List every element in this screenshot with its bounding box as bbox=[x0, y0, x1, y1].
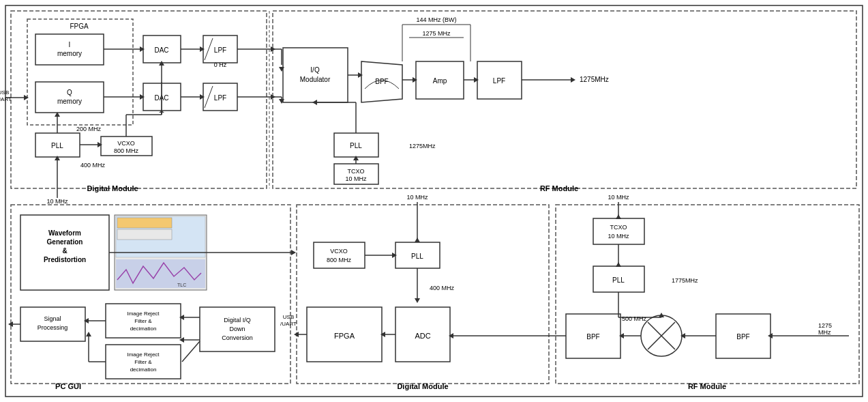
svg-rect-118 bbox=[116, 259, 205, 288]
svg-text:1275: 1275 bbox=[818, 322, 832, 329]
svg-rect-152 bbox=[314, 242, 365, 268]
svg-text:decimation: decimation bbox=[130, 367, 157, 373]
svg-text:RF Module: RF Module bbox=[540, 184, 578, 192]
svg-text:PLL: PLL bbox=[411, 253, 423, 260]
svg-text:144 MHz (BW): 144 MHz (BW) bbox=[416, 16, 456, 23]
svg-text:LPF: LPF bbox=[214, 46, 226, 54]
svg-text:1275 MHz: 1275 MHz bbox=[422, 30, 451, 37]
svg-text:Generation: Generation bbox=[47, 238, 83, 246]
svg-text:Filter &: Filter & bbox=[134, 359, 152, 365]
svg-text:10 MHz: 10 MHz bbox=[46, 198, 68, 205]
svg-text:Image Reject: Image Reject bbox=[127, 311, 160, 317]
svg-marker-163 bbox=[415, 298, 420, 303]
svg-text:10 MHz: 10 MHz bbox=[406, 194, 428, 201]
svg-line-140 bbox=[182, 341, 200, 362]
svg-marker-177 bbox=[616, 214, 621, 219]
svg-text:10 MHz: 10 MHz bbox=[608, 233, 629, 240]
svg-text:VCXO: VCXO bbox=[117, 140, 135, 147]
svg-marker-71 bbox=[571, 77, 575, 83]
svg-text:Digital I/Q: Digital I/Q bbox=[224, 317, 251, 324]
svg-text:PLL: PLL bbox=[612, 276, 625, 284]
svg-text:500 MHz: 500 MHz bbox=[622, 315, 647, 322]
svg-text:Signal: Signal bbox=[44, 315, 61, 322]
svg-text:200 MHz: 200 MHz bbox=[76, 126, 102, 132]
svg-text:Processing: Processing bbox=[38, 324, 68, 331]
svg-text:memory: memory bbox=[57, 50, 82, 57]
svg-rect-173 bbox=[593, 218, 644, 244]
svg-text:LPF: LPF bbox=[493, 77, 505, 85]
svg-text:DAC: DAC bbox=[154, 46, 168, 54]
svg-text:PC GUI: PC GUI bbox=[55, 382, 81, 390]
svg-text:BPF: BPF bbox=[736, 333, 749, 341]
svg-text:Down: Down bbox=[229, 326, 245, 332]
svg-text:1775MHz: 1775MHz bbox=[672, 277, 698, 284]
svg-text:FPGA: FPGA bbox=[334, 332, 355, 340]
svg-text:1275MHz: 1275MHz bbox=[580, 76, 609, 83]
svg-marker-147 bbox=[86, 332, 91, 336]
svg-text:0 Hz: 0 Hz bbox=[214, 61, 227, 68]
svg-text:&: & bbox=[62, 247, 67, 255]
svg-text:TCXO: TCXO bbox=[347, 168, 364, 175]
svg-text:Filter &: Filter & bbox=[134, 318, 152, 324]
svg-text:400 MHz: 400 MHz bbox=[430, 285, 455, 291]
svg-text:10 MHz: 10 MHz bbox=[345, 175, 367, 182]
svg-text:10 MHz: 10 MHz bbox=[608, 194, 629, 201]
svg-text:/UART: /UART bbox=[280, 321, 297, 327]
svg-text:USB: USB bbox=[283, 314, 294, 320]
svg-text:FPGA: FPGA bbox=[70, 23, 89, 30]
svg-text:I/Q: I/Q bbox=[310, 66, 320, 74]
svg-text:TLC: TLC bbox=[177, 283, 186, 287]
svg-text:/UART: /UART bbox=[0, 96, 12, 102]
svg-text:BPF: BPF bbox=[375, 78, 388, 85]
svg-text:1275MHz: 1275MHz bbox=[409, 143, 436, 149]
svg-text:MHz: MHz bbox=[818, 329, 831, 336]
svg-marker-136 bbox=[291, 250, 296, 255]
svg-rect-3 bbox=[273, 11, 856, 188]
svg-rect-117 bbox=[117, 229, 172, 240]
svg-text:RF Module: RF Module bbox=[688, 382, 726, 390]
svg-rect-61 bbox=[283, 48, 348, 102]
svg-text:I: I bbox=[69, 41, 71, 48]
svg-text:PLL: PLL bbox=[350, 142, 362, 149]
svg-text:Waveform: Waveform bbox=[48, 229, 81, 237]
svg-text:BPF: BPF bbox=[586, 333, 599, 341]
svg-text:Amp: Amp bbox=[433, 77, 447, 85]
svg-text:400 MHz: 400 MHz bbox=[80, 162, 106, 169]
svg-text:decimation: decimation bbox=[130, 326, 157, 332]
svg-text:800 MHz: 800 MHz bbox=[327, 257, 352, 263]
svg-text:Modulator: Modulator bbox=[300, 76, 331, 83]
svg-text:memory: memory bbox=[57, 98, 82, 105]
svg-rect-116 bbox=[117, 218, 172, 228]
svg-text:Image Reject: Image Reject bbox=[127, 351, 160, 358]
svg-text:LPF: LPF bbox=[214, 94, 226, 102]
svg-text:Predistortion: Predistortion bbox=[44, 256, 86, 263]
svg-text:Digital Module: Digital Module bbox=[87, 184, 138, 192]
svg-marker-30 bbox=[24, 95, 29, 100]
svg-text:800 MHz: 800 MHz bbox=[114, 147, 139, 154]
svg-text:Conversion: Conversion bbox=[222, 334, 253, 341]
svg-marker-158 bbox=[415, 238, 420, 242]
svg-text:Q: Q bbox=[67, 89, 72, 96]
svg-text:ADC: ADC bbox=[415, 332, 430, 340]
svg-text:PLL: PLL bbox=[51, 142, 63, 149]
svg-text:USB: USB bbox=[0, 89, 9, 96]
svg-text:Digital Module: Digital Module bbox=[397, 382, 448, 390]
svg-text:TCXO: TCXO bbox=[610, 224, 627, 231]
svg-marker-183 bbox=[616, 262, 621, 267]
svg-text:VCXO: VCXO bbox=[330, 248, 348, 255]
